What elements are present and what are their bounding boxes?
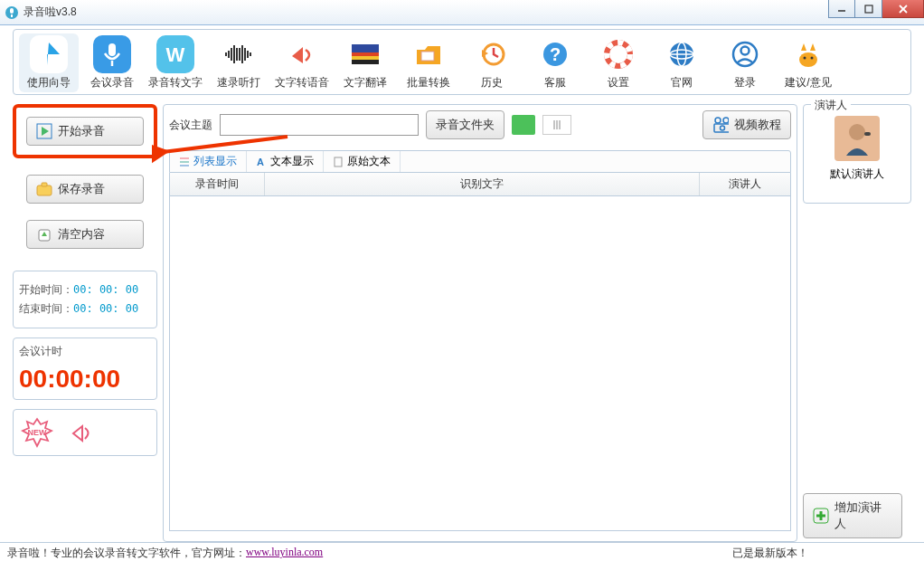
video-tutorial-button[interactable]: 视频教程 [702, 110, 791, 139]
svg-rect-53 [714, 124, 729, 132]
col-speaker[interactable]: 演讲人 [700, 173, 790, 195]
toolbar-batch[interactable]: 批量转换 [399, 33, 458, 92]
recycle-icon [36, 226, 52, 242]
table-body [169, 196, 791, 531]
svg-rect-20 [352, 44, 379, 52]
list-icon [179, 157, 190, 167]
topic-input[interactable] [220, 114, 419, 136]
toolbar-trans-label: 文字翻译 [344, 75, 387, 90]
svg-rect-1 [11, 14, 13, 17]
col-text[interactable]: 识别文字 [265, 173, 700, 195]
main-panel: 会议主题 录音文件夹 视频教程 列表显示 A 文本显示 原始文本 [163, 104, 797, 542]
svg-rect-43 [37, 185, 52, 195]
video-button-label: 视频教程 [734, 117, 781, 133]
switch-box[interactable] [542, 115, 571, 135]
meeting-timer-panel: 会议计时 00:00:00 [13, 338, 157, 400]
add-speaker-label: 增加演讲人 [834, 499, 892, 532]
hist-icon [473, 35, 511, 73]
svg-marker-6 [47, 43, 60, 65]
toolbar-tts-label: 文字转语音 [275, 75, 329, 90]
tab-text[interactable]: A 文本显示 [247, 151, 324, 172]
end-time-value: 00: 00: 00 [73, 302, 138, 315]
toolbar-web[interactable]: 官网 [652, 33, 712, 92]
horn-icon[interactable] [70, 419, 99, 446]
doc-icon [333, 157, 344, 167]
svg-rect-0 [10, 8, 14, 14]
set-icon [599, 35, 637, 73]
avatar-icon [834, 116, 880, 161]
start-record-highlight: 开始录音 [13, 104, 157, 158]
tabs: 列表显示 A 文本显示 原始文本 [169, 150, 791, 173]
svg-rect-59 [335, 157, 342, 166]
new-badge-icon[interactable]: NEW [21, 417, 53, 448]
totext-icon: W [156, 35, 194, 73]
time-panel: 开始时间：00: 00: 00 结束时间：00: 00: 00 [13, 271, 157, 328]
col-time[interactable]: 录音时间 [170, 173, 265, 195]
toolbar-meeting-label: 会议录音 [90, 75, 134, 90]
toolbar-tts[interactable]: 文字转语音 [272, 33, 332, 92]
toolbar-fast-label: 速录听打 [217, 75, 260, 90]
left-panel: 开始录音 保存录音 清空内容 开始时间：00: 00: 00 结束时间：00: … [13, 104, 157, 542]
end-time-label: 结束时间： [19, 302, 73, 315]
web-icon [663, 35, 701, 73]
toolbar-totext-label: 录音转文字 [148, 75, 203, 90]
folder-button[interactable]: 录音文件夹 [426, 110, 504, 139]
toolbar-fast[interactable]: 速录听打 [209, 33, 269, 92]
toolbar-fb-label: 建议/意见 [785, 75, 831, 90]
clear-label: 清空内容 [58, 226, 105, 242]
meeting-timer-label: 会议计时 [19, 344, 151, 359]
save-record-button[interactable]: 保存录音 [26, 175, 144, 204]
svg-marker-42 [42, 127, 49, 136]
tab-text-label: 文本显示 [270, 154, 314, 169]
text-icon: A [256, 157, 267, 167]
toolbar-hist[interactable]: 历史 [462, 33, 522, 92]
svg-rect-23 [352, 60, 379, 64]
status-text: 录音啦！专业的会议录音转文字软件，官方网址： [7, 546, 246, 561]
clear-button[interactable]: 清空内容 [26, 220, 144, 249]
toolbar: 使用向导会议录音W录音转文字速录听打文字转语音文字翻译批量转换历史?客服设置官网… [13, 29, 911, 95]
toolbar-totext[interactable]: W录音转文字 [146, 33, 205, 92]
svg-point-40 [811, 57, 814, 60]
login-icon [726, 35, 764, 73]
svg-point-35 [741, 47, 750, 55]
toolbar-meeting[interactable]: 会议录音 [82, 33, 142, 92]
toolbar-login[interactable]: 登录 [715, 33, 775, 92]
svg-marker-38 [810, 43, 816, 51]
tab-list[interactable]: 列表显示 [170, 151, 247, 172]
maximize-button[interactable] [855, 0, 882, 18]
color-swatch[interactable] [512, 115, 535, 135]
svg-text:A: A [257, 157, 264, 167]
status-bar: 录音啦！专业的会议录音转文字软件，官方网址： www.luyinla.com 已… [0, 542, 924, 561]
toolbar-set[interactable]: 设置 [589, 33, 648, 92]
speaker-item[interactable]: 默认演讲人 [804, 116, 910, 182]
toolbar-fb[interactable]: 建议/意见 [778, 33, 838, 92]
toolbar-guide-label: 使用向导 [27, 75, 71, 90]
toolbar-cs[interactable]: ?客服 [525, 33, 585, 92]
cs-icon: ? [536, 35, 574, 73]
svg-point-51 [715, 118, 721, 123]
svg-rect-7 [108, 43, 116, 56]
trans-icon [346, 35, 384, 73]
toolbar-cs-label: 客服 [544, 75, 566, 90]
tab-raw-label: 原始文本 [347, 154, 391, 169]
app-icon [5, 6, 18, 19]
status-url[interactable]: www.luyinla.com [246, 546, 323, 561]
meeting-timer-value: 00:00:00 [19, 365, 151, 394]
start-record-button[interactable]: 开始录音 [26, 117, 144, 146]
toolbar-hist-label: 历史 [481, 75, 503, 90]
tab-list-label: 列表显示 [193, 154, 237, 169]
tts-icon [283, 35, 321, 73]
start-record-label: 开始录音 [58, 123, 105, 139]
add-speaker-button[interactable]: 增加演讲人 [803, 493, 902, 538]
svg-text:NEW: NEW [28, 428, 48, 437]
video-icon [712, 117, 729, 133]
toolbar-guide[interactable]: 使用向导 [19, 33, 79, 92]
toolbar-trans[interactable]: 文字翻译 [335, 33, 395, 92]
minimize-button[interactable] [828, 0, 855, 18]
svg-point-36 [799, 52, 817, 67]
table-header: 录音时间 识别文字 演讲人 [169, 173, 791, 196]
close-button[interactable] [882, 0, 924, 18]
tab-raw[interactable]: 原始文本 [324, 151, 401, 172]
save-record-label: 保存录音 [58, 181, 105, 197]
guide-icon [30, 35, 68, 73]
